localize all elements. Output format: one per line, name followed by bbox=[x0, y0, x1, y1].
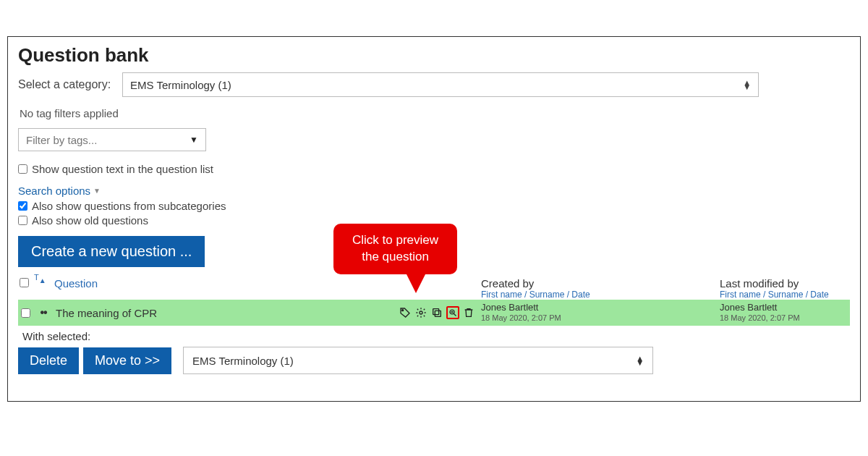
move-target-select[interactable]: EMS Terminology (1) ▲▼ bbox=[183, 347, 653, 374]
question-bank-panel: Question bank Select a category: EMS Ter… bbox=[7, 36, 861, 402]
callout-text: Click to preview the question bbox=[352, 233, 438, 263]
gear-icon[interactable] bbox=[414, 306, 427, 319]
subcategories-label: Also show questions from subcategories bbox=[32, 200, 226, 212]
svg-rect-2 bbox=[435, 311, 441, 316]
select-all-checkbox[interactable] bbox=[20, 278, 29, 287]
modified-by-name: Jones Bartlett bbox=[720, 303, 850, 313]
trash-icon[interactable] bbox=[462, 306, 475, 319]
category-select-value: EMS Terminology (1) bbox=[130, 79, 231, 91]
category-select[interactable]: EMS Terminology (1) ▲▼ bbox=[122, 72, 759, 97]
created-date: 18 May 2020, 2:07 PM bbox=[481, 313, 720, 323]
delete-button[interactable]: Delete bbox=[18, 347, 79, 374]
move-target-value: EMS Terminology (1) bbox=[192, 355, 294, 367]
duplicate-icon[interactable] bbox=[430, 306, 443, 319]
question-name[interactable]: The meaning of CPR bbox=[51, 307, 399, 319]
show-text-option[interactable]: Show question text in the question list bbox=[18, 163, 850, 175]
with-selected-label: With selected: bbox=[22, 330, 850, 342]
filter-tags-select[interactable]: Filter by tags... ▼ bbox=[18, 128, 206, 151]
move-to-button[interactable]: Move to >> bbox=[83, 347, 171, 374]
modified-by-header: Last modified by First name / Surname / … bbox=[720, 277, 850, 300]
old-questions-label: Also show old questions bbox=[32, 214, 148, 227]
old-questions-checkbox[interactable] bbox=[18, 216, 27, 225]
search-options-label: Search options bbox=[18, 185, 90, 197]
chevron-down-icon: ▼ bbox=[190, 135, 198, 145]
tag-icon[interactable] bbox=[399, 306, 412, 319]
question-type-icon: •• bbox=[35, 306, 51, 319]
row-actions bbox=[399, 306, 475, 319]
created-by-sub[interactable]: First name / Surname / Date bbox=[481, 290, 720, 300]
svg-point-1 bbox=[420, 311, 422, 314]
type-sort-header[interactable]: T▲ bbox=[34, 277, 50, 286]
row-checkbox[interactable] bbox=[21, 308, 30, 318]
with-selected-actions: Delete Move to >> EMS Terminology (1) ▲▼ bbox=[18, 347, 850, 374]
preview-callout: Click to preview the question bbox=[333, 224, 457, 274]
modified-cell: Jones Bartlett 18 May 2020, 2:07 PM bbox=[720, 303, 850, 323]
subcategories-checkbox[interactable] bbox=[18, 201, 27, 211]
question-table-header: T▲ Question Created by First name / Surn… bbox=[18, 277, 850, 300]
page-title: Question bank bbox=[18, 44, 850, 67]
category-label: Select a category: bbox=[18, 78, 111, 91]
svg-point-0 bbox=[402, 310, 404, 311]
updown-icon: ▲▼ bbox=[743, 80, 751, 89]
chevron-down-icon: ▼ bbox=[93, 187, 101, 195]
created-by-title: Created by bbox=[481, 277, 720, 290]
modified-by-title: Last modified by bbox=[720, 277, 850, 290]
create-question-button[interactable]: Create a new question ... bbox=[18, 236, 205, 267]
show-text-checkbox[interactable] bbox=[18, 164, 27, 174]
preview-icon[interactable] bbox=[446, 306, 459, 319]
created-by-name: Jones Bartlett bbox=[481, 303, 720, 313]
created-cell: Jones Bartlett 18 May 2020, 2:07 PM bbox=[481, 303, 720, 323]
updown-icon: ▲▼ bbox=[636, 356, 644, 365]
show-text-label: Show question text in the question list bbox=[32, 163, 213, 175]
question-row: •• The meaning of CPR Jones Bartlett 18 … bbox=[18, 300, 850, 326]
svg-line-5 bbox=[454, 314, 456, 316]
search-options-toggle[interactable]: Search options ▼ bbox=[18, 185, 101, 197]
modified-by-sub[interactable]: First name / Surname / Date bbox=[720, 290, 850, 300]
filter-tags-placeholder: Filter by tags... bbox=[26, 134, 97, 146]
no-tag-filters-label: No tag filters applied bbox=[20, 107, 850, 119]
created-by-header: Created by First name / Surname / Date bbox=[481, 277, 720, 300]
category-row: Select a category: EMS Terminology (1) ▲… bbox=[18, 72, 850, 97]
subcategories-option[interactable]: Also show questions from subcategories bbox=[18, 200, 850, 212]
svg-rect-3 bbox=[433, 309, 439, 315]
modified-date: 18 May 2020, 2:07 PM bbox=[720, 313, 850, 323]
